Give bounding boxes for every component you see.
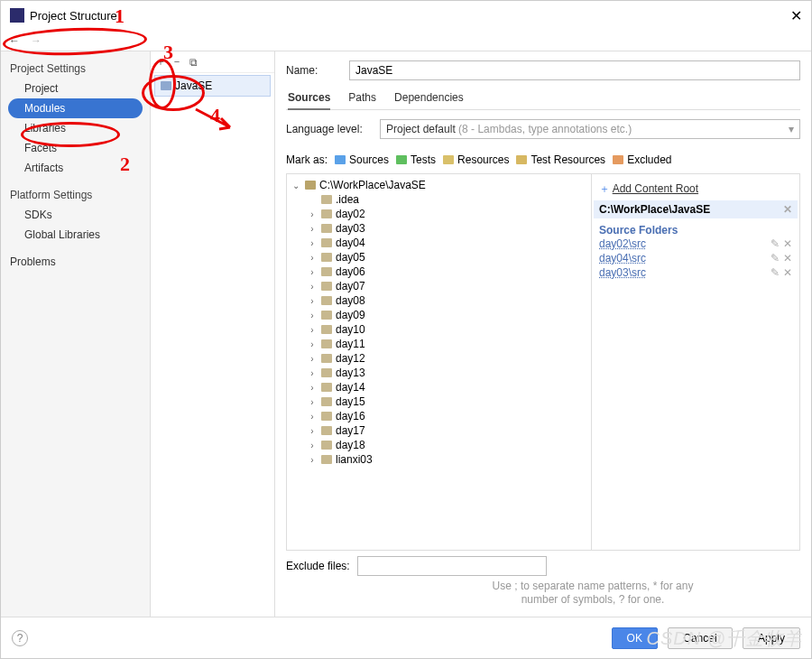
nav-project[interactable]: Project [1,79,150,98]
forward-button[interactable]: → [28,32,44,49]
window-title: Project Structure [30,9,790,23]
tab-dependencies[interactable]: Dependencies [394,91,464,104]
back-button[interactable]: ← [6,32,23,49]
remove-icon[interactable]: ✕ [783,266,792,279]
nav-problems[interactable]: Problems [1,252,150,272]
content-root-panel: ＋ Add Content Root C:\WorkPlace\JavaSE✕ … [592,174,799,550]
tree-root[interactable]: ⌄C:\WorkPlace\JavaSE [287,178,591,192]
tree-node[interactable]: ›day05 [287,250,591,265]
tree-node[interactable]: ›day18 [287,438,591,452]
tree-node[interactable]: ›day03 [287,221,591,236]
tab-sources[interactable]: Sources [288,91,330,110]
content-root-path: C:\WorkPlace\JavaSE [599,203,710,216]
ok-button[interactable]: OK [612,627,658,649]
language-level-label: Language level: [286,123,371,135]
remove-icon[interactable]: ✕ [783,237,792,250]
copy-module-icon[interactable]: ⧉ [187,56,199,69]
source-folder-link[interactable]: day02\src [599,237,646,250]
source-folder-link[interactable]: day03\src [599,266,646,279]
nav-artifacts[interactable]: Artifacts [1,158,150,178]
nav-global-libraries[interactable]: Global Libraries [1,225,150,245]
tree-node[interactable]: ›day02 [287,207,591,221]
tree-node[interactable]: ›day11 [287,337,591,351]
nav-libraries[interactable]: Libraries [1,118,150,138]
mark-test-resources[interactable]: Test Resources [516,153,605,166]
tree-node[interactable]: ›day09 [287,308,591,322]
mark-sources[interactable]: Sources [335,153,389,166]
remove-root-icon[interactable]: ✕ [783,203,792,216]
exclude-hint: Use ; to separate name patterns, * for a… [286,578,800,613]
tree-node[interactable]: ›day12 [287,351,591,366]
name-label: Name: [286,64,340,77]
tree-node[interactable]: ›day08 [287,293,591,308]
tree-node[interactable]: ›day15 [287,394,591,409]
tree-node[interactable]: ›day06 [287,265,591,279]
remove-icon[interactable]: ✕ [783,252,792,265]
app-icon [10,8,24,23]
edit-icon[interactable]: ✎ [770,266,780,279]
tree-node[interactable]: ›lianxi03 [287,452,591,467]
cancel-button[interactable]: Cancel [668,627,732,649]
tree-node[interactable]: ›day14 [287,380,591,394]
nav-facets[interactable]: Facets [1,138,150,158]
language-level-select[interactable]: Project default (8 - Lambdas, type annot… [380,119,800,139]
sidebar: Project Settings Project Modules Librari… [1,51,151,617]
module-label: JavaSE [175,79,212,92]
help-icon[interactable]: ? [12,630,28,646]
tab-paths[interactable]: Paths [348,91,376,104]
source-tree[interactable]: ⌄C:\WorkPlace\JavaSE.idea›day02›day03›da… [287,174,592,550]
remove-module-icon[interactable]: － [171,56,183,69]
module-list-panel: ＋ － ⧉ JavaSE [151,51,275,617]
tree-node[interactable]: .idea [287,192,591,207]
section-project-settings: Project Settings [1,59,150,79]
edit-icon[interactable]: ✎ [770,237,780,250]
mark-excluded[interactable]: Excluded [613,153,671,166]
close-icon[interactable]: ✕ [790,7,802,24]
chevron-down-icon: ▾ [789,123,794,135]
tree-node[interactable]: ›day17 [287,423,591,438]
module-item-javase[interactable]: JavaSE [154,75,271,97]
apply-button[interactable]: Apply [743,627,800,649]
exclude-input[interactable] [357,556,547,576]
source-folders-label: Source Folders [599,224,792,237]
edit-icon[interactable]: ✎ [770,252,780,265]
module-icon [161,81,171,90]
mark-resources[interactable]: Resources [443,153,509,166]
mark-tests[interactable]: Tests [396,153,436,166]
nav-sdks[interactable]: SDKs [1,205,150,225]
module-details: Name: Sources Paths Dependencies Languag… [275,51,811,617]
exclude-label: Exclude files: [286,560,350,572]
tree-node[interactable]: ›day13 [287,366,591,380]
add-content-root[interactable]: Add Content Root [613,182,698,195]
tree-node[interactable]: ›day04 [287,236,591,250]
nav-modules[interactable]: Modules [8,98,143,118]
name-input[interactable] [349,60,800,80]
tree-node[interactable]: ›day10 [287,322,591,337]
add-module-icon[interactable]: ＋ [154,56,167,69]
section-platform-settings: Platform Settings [1,185,150,205]
mark-as-label: Mark as: [286,153,328,166]
tree-node[interactable]: ›day07 [287,279,591,293]
source-folder-link[interactable]: day04\src [599,252,646,265]
tree-node[interactable]: ›day16 [287,409,591,423]
